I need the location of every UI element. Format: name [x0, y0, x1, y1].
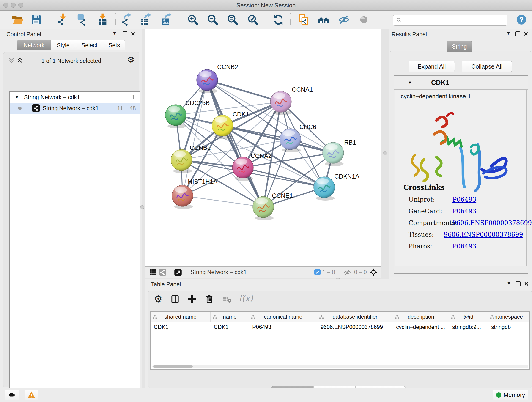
- hidden-eye-slash-icon[interactable]: [342, 268, 352, 277]
- float-panel-button[interactable]: ▾: [505, 30, 512, 36]
- search-box: [393, 15, 507, 26]
- show-columns-button[interactable]: [169, 293, 181, 306]
- column-header[interactable]: name: [210, 312, 249, 322]
- crosslink-label: Uniprot:: [409, 196, 452, 203]
- cloud-status-button[interactable]: [5, 390, 19, 400]
- export-network-button[interactable]: [120, 13, 133, 27]
- grid-view-icon[interactable]: [148, 268, 158, 277]
- results-panel: Results Panel ▾ String Expand All Collap…: [389, 29, 532, 279]
- tab-network[interactable]: Network: [17, 40, 51, 51]
- selected-nodes-checkbox[interactable]: [314, 269, 321, 275]
- table-row[interactable]: CDK1CDK1P064939606.ENSP00000378699cyclin…: [151, 322, 530, 332]
- table-cell[interactable]: CDK1: [210, 322, 249, 332]
- help-button[interactable]: ?: [515, 13, 528, 27]
- collapse-all-button[interactable]: Collapse All: [462, 61, 512, 72]
- undock-panel-button[interactable]: [122, 31, 128, 37]
- zoom-in-button[interactable]: [186, 13, 200, 27]
- float-panel-button[interactable]: ▾: [506, 280, 512, 287]
- column-header[interactable]: canonical name: [249, 312, 317, 322]
- delete-column-button[interactable]: [203, 293, 216, 306]
- network-row[interactable]: String Network – cdk1 11 48: [10, 103, 140, 114]
- hide-selected-button[interactable]: [337, 13, 351, 27]
- network-edge[interactable]: [207, 80, 281, 102]
- column-header[interactable]: database identifier: [317, 312, 393, 322]
- tab-sets[interactable]: Sets: [103, 40, 125, 51]
- left-splitter-handle[interactable]: [140, 205, 144, 209]
- table-cell[interactable]: cyclin–dependent ...: [393, 322, 449, 332]
- tab-string[interactable]: String: [447, 41, 472, 52]
- collection-caret-icon[interactable]: ▼: [15, 95, 19, 100]
- string-results-box: Expand All Collapse All ▼ CDK1 cyclin–de…: [390, 51, 531, 277]
- table-cell[interactable]: stringdb: [488, 322, 530, 332]
- memory-button[interactable]: Memory: [493, 390, 528, 400]
- expand-all-button[interactable]: Expand All: [409, 61, 455, 72]
- close-panel-button[interactable]: [523, 281, 530, 287]
- table-options-gear-icon[interactable]: ⚙: [152, 293, 165, 306]
- import-network-from-file-button[interactable]: [56, 13, 70, 27]
- network-view-toolbar: String Network – cdk1 1 – 0 0 – 0: [145, 267, 381, 278]
- export-table-button[interactable]: [139, 13, 153, 27]
- right-splitter-handle[interactable]: [383, 151, 387, 155]
- help-icon: ?: [515, 13, 528, 26]
- table-cell[interactable]: P06493: [249, 322, 317, 332]
- float-panel-button[interactable]: ▾: [111, 30, 118, 36]
- network-node-count: 11: [117, 105, 123, 112]
- tab-select[interactable]: Select: [75, 40, 104, 51]
- tab-style[interactable]: Style: [51, 40, 76, 51]
- network-view-canvas[interactable]: CCNB2CCNA1CDC25BCDK1CDC6RB1CCNB1CCNA2CDK…: [145, 29, 381, 267]
- node-label: CCNB2: [217, 64, 238, 70]
- network-edge[interactable]: [182, 196, 263, 207]
- import-table-from-file-button[interactable]: [96, 13, 109, 27]
- undock-panel-button[interactable]: [515, 281, 521, 287]
- column-header[interactable]: namespace: [488, 312, 530, 322]
- search-input[interactable]: [402, 16, 507, 25]
- save-session-button[interactable]: [29, 13, 43, 27]
- fit-content-button[interactable]: [226, 13, 239, 27]
- crosslink-link[interactable]: P06493: [452, 243, 476, 250]
- refresh-button[interactable]: [272, 13, 285, 27]
- first-neighbors-button[interactable]: [317, 13, 331, 27]
- crosslink-row: Compartments:9606.ENSP00000378699: [409, 217, 523, 229]
- column-header[interactable]: shared name: [151, 312, 210, 322]
- zoom-out-button[interactable]: [206, 13, 220, 27]
- warnings-button[interactable]: [25, 390, 38, 400]
- show-all-button[interactable]: [357, 13, 371, 27]
- crosslink-link[interactable]: 9606.ENSP00000378699: [444, 231, 523, 238]
- crosslink-label: Tissues:: [409, 231, 444, 238]
- table-cell[interactable]: stringdb:9...: [449, 322, 488, 332]
- create-column-button[interactable]: [186, 293, 198, 306]
- table-panel-title: Table Panel: [151, 281, 181, 288]
- import-network-from-database-button[interactable]: [75, 13, 89, 27]
- horizontal-scrollbar[interactable]: [152, 365, 528, 368]
- table-cell[interactable]: 9606.ENSP00000378699: [317, 322, 393, 332]
- crosslink-link[interactable]: P06493: [452, 208, 476, 215]
- zoom-selected-button[interactable]: [246, 13, 260, 27]
- crosslink-link[interactable]: P06493: [452, 196, 476, 203]
- birds-eye-view-button[interactable]: [173, 268, 183, 277]
- table-cell[interactable]: CDK1: [151, 322, 210, 332]
- network-options-gear-icon[interactable]: ⚙: [127, 56, 134, 64]
- column-header[interactable]: @id: [449, 312, 488, 322]
- network-status-dot-icon: [18, 107, 22, 110]
- fit-content-icon: [226, 13, 239, 26]
- scrollbar-thumb[interactable]: [153, 365, 193, 368]
- network-collection-row[interactable]: ▼ String Network – cdk1 1: [10, 92, 140, 103]
- open-session-button[interactable]: [10, 13, 24, 27]
- crosshair-center-button[interactable]: [369, 268, 378, 277]
- new-network-from-selection-button[interactable]: [297, 13, 310, 27]
- close-panel-button[interactable]: [523, 31, 529, 37]
- memory-status-dot-icon: [496, 392, 501, 398]
- network-edge-count: 48: [129, 105, 136, 112]
- delete-table-button[interactable]: [221, 293, 234, 306]
- network-edge[interactable]: [207, 80, 263, 207]
- close-panel-button[interactable]: [130, 31, 136, 37]
- collapse-caret-icon[interactable]: ▼: [408, 80, 412, 85]
- undock-panel-button[interactable]: [514, 31, 521, 37]
- export-image-button[interactable]: [159, 13, 173, 27]
- column-header[interactable]: description: [393, 312, 449, 322]
- function-builder-button[interactable]: f(x): [239, 294, 253, 303]
- protein-card-header[interactable]: ▼ CDK1: [394, 76, 528, 89]
- crosslink-link[interactable]: 9606.ENSP00000378699: [452, 219, 532, 226]
- network-view-mode-icon[interactable]: [158, 268, 167, 277]
- network-name: String Network – cdk1: [43, 105, 99, 112]
